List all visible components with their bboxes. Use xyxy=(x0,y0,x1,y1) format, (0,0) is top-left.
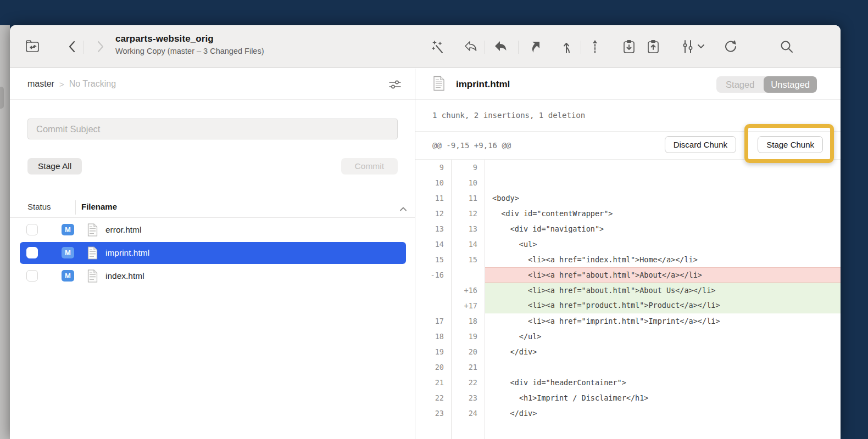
new-line-number: 15 xyxy=(452,252,485,267)
diff-line[interactable]: 18 19 </ul> xyxy=(415,329,841,344)
selection-highlight xyxy=(20,242,406,264)
old-line-number xyxy=(415,283,452,298)
unstaged-tab[interactable]: Unstaged xyxy=(764,76,817,93)
rebase-icon[interactable] xyxy=(586,37,604,56)
diff-line[interactable]: 20 21 xyxy=(415,359,841,375)
diff-summary: 1 chunk, 2 insertions, 1 deletion xyxy=(432,111,585,120)
search-icon[interactable] xyxy=(777,37,796,56)
branch-name[interactable]: master xyxy=(27,79,54,89)
code-text: <div id="contentWrapper"> xyxy=(485,206,841,221)
new-line-number: 13 xyxy=(452,221,485,237)
staged-unstaged-toggle: Staged Unstaged xyxy=(716,76,817,93)
stage-all-button[interactable]: Stage All xyxy=(27,158,82,175)
stage-checkbox[interactable] xyxy=(26,247,38,258)
breadcrumb: master > No Tracking xyxy=(10,69,415,100)
window-title-block: carparts-website_orig Working Copy (mast… xyxy=(115,33,264,55)
diff-line[interactable]: 14 14 <ul> xyxy=(415,237,841,252)
new-line-number: 20 xyxy=(452,344,485,359)
column-divider xyxy=(75,200,76,215)
diff-line[interactable]: 10 10 xyxy=(415,175,841,190)
file-icon xyxy=(87,269,98,283)
diff-line[interactable]: 21 22 <div id="headerContainer"> xyxy=(415,375,841,390)
discard-chunk-button[interactable]: Discard Chunk xyxy=(665,136,736,153)
stage-checkbox[interactable] xyxy=(26,224,38,235)
view-options-icon[interactable] xyxy=(388,77,402,92)
toolbar-divider xyxy=(485,41,485,54)
old-line-number: 13 xyxy=(415,221,452,237)
stage-chunk-button[interactable]: Stage Chunk xyxy=(758,136,823,153)
code-text: <div id="navigation"> xyxy=(485,221,841,237)
status-badge: M xyxy=(62,247,74,258)
commit-sidebar: master > No Tracking Stage All Commit St… xyxy=(10,69,415,439)
file-icon xyxy=(87,223,98,237)
old-line-number: 14 xyxy=(415,237,452,252)
apply-stash-icon[interactable] xyxy=(525,37,543,56)
diff-filename: imprint.html xyxy=(456,69,510,100)
diff-line[interactable]: +16 <li><a href="about.html">About Us</a… xyxy=(415,283,841,298)
status-badge: M xyxy=(62,270,74,282)
code-text xyxy=(485,421,841,439)
refresh-icon[interactable] xyxy=(721,37,740,56)
commit-subject-input[interactable] xyxy=(27,119,398,139)
file-icon xyxy=(87,246,98,260)
status-column-header[interactable]: Status xyxy=(27,202,51,211)
diff-line[interactable]: 11 11 <body> xyxy=(415,190,841,206)
code-text: <li><a href="imprint.html">Imprint</a></… xyxy=(485,313,841,329)
code-text xyxy=(485,359,841,375)
pull-icon[interactable] xyxy=(620,37,638,56)
diff-line[interactable]: 13 13 <div id="navigation"> xyxy=(415,221,841,237)
filename-column-header[interactable]: Filename xyxy=(81,202,117,211)
old-line-number: 11 xyxy=(415,190,452,206)
push-icon[interactable] xyxy=(644,37,663,56)
diff-line[interactable]: 17 18 <li><a href="imprint.html">Imprint… xyxy=(415,313,841,329)
old-line-number: 15 xyxy=(415,252,452,267)
code-text: <h1>Imprint / Disclaimer</h1> xyxy=(485,390,841,406)
code-text: </div> xyxy=(485,344,841,359)
undo-icon[interactable] xyxy=(462,37,481,56)
changed-files-list: M error.html M imprint.html M xyxy=(10,218,415,288)
quick-launch-wand-icon[interactable] xyxy=(429,37,448,56)
commit-button[interactable]: Commit xyxy=(341,158,398,175)
code-text: <div id="headerContainer"> xyxy=(485,375,841,390)
forward-button[interactable] xyxy=(91,37,110,56)
sort-chevron-icon[interactable] xyxy=(399,204,407,214)
status-badge: M xyxy=(62,224,74,235)
diff-stats-row: 1 chunk, 2 insertions, 1 deletion xyxy=(415,100,841,132)
hunk-range: @@ -9,15 +9,16 @@ xyxy=(432,141,511,150)
old-line-number: 10 xyxy=(415,175,452,190)
new-line-number: 12 xyxy=(452,206,485,221)
file-row[interactable]: M imprint.html xyxy=(10,241,415,264)
desktop-background: carparts-website_orig Working Copy (mast… xyxy=(0,0,868,439)
code-text: <li><a href="index.html">Home</a></li> xyxy=(485,252,841,267)
diff-line[interactable]: -16 <li><a href="about.html">About</a></… xyxy=(415,267,841,283)
repository-icon[interactable] xyxy=(23,37,42,56)
new-line-number: 10 xyxy=(452,175,485,190)
diff-panel: imprint.html Staged Unstaged 1 chunk, 2 … xyxy=(415,69,841,439)
old-line-number: 12 xyxy=(415,206,452,221)
old-line-number xyxy=(415,421,452,439)
new-line-number: 23 xyxy=(452,390,485,406)
workflow-options-icon[interactable] xyxy=(678,37,707,56)
file-row[interactable]: M index.html xyxy=(10,264,415,288)
diff-line[interactable]: +17 <li><a href="product.html">Product</… xyxy=(415,298,841,313)
new-line-number: +16 xyxy=(452,283,485,298)
code-text xyxy=(485,175,841,190)
diff-line[interactable]: 12 12 <div id="contentWrapper"> xyxy=(415,206,841,221)
diff-line[interactable]: 19 20 </div> xyxy=(415,344,841,359)
old-line-number: 22 xyxy=(415,390,452,406)
diff-line[interactable]: 23 24 </div> xyxy=(415,406,841,421)
stage-checkbox[interactable] xyxy=(26,270,38,282)
staged-tab[interactable]: Staged xyxy=(716,76,764,93)
back-button[interactable] xyxy=(63,37,81,56)
tracking-status[interactable]: No Tracking xyxy=(69,79,116,89)
code-text: <ul> xyxy=(485,237,841,252)
diff-line[interactable]: 22 23 <h1>Imprint / Disclaimer</h1> xyxy=(415,390,841,406)
diff-line[interactable]: 15 15 <li><a href="index.html">Home</a><… xyxy=(415,252,841,267)
new-line-number: 21 xyxy=(452,359,485,375)
diff-line[interactable]: 9 9 xyxy=(415,160,841,175)
stash-icon[interactable] xyxy=(492,37,510,56)
merge-branch-icon[interactable] xyxy=(558,37,577,56)
code-text: <li><a href="about.html">About</a></li> xyxy=(485,267,841,283)
file-row[interactable]: M error.html xyxy=(10,218,415,241)
diff-file-header: imprint.html Staged Unstaged xyxy=(415,69,841,100)
